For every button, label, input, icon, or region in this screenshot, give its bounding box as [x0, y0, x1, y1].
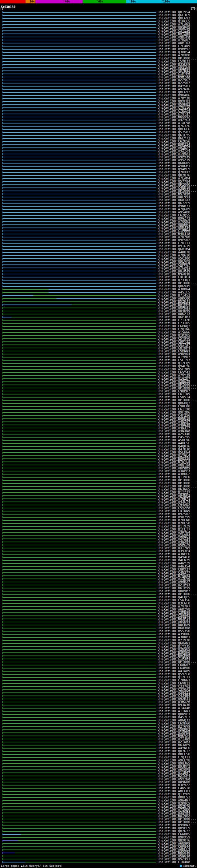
- alignment-bar: [2, 375, 156, 376]
- alignment-segment-cyan: [48, 292, 156, 293]
- alignment-bar: [2, 230, 156, 231]
- alignment-bar: [2, 434, 156, 434]
- alignment-bar: [2, 302, 156, 302]
- alignment-bar: [2, 249, 156, 250]
- alignment-bar: [2, 132, 156, 133]
- alignment-segment-green: [2, 508, 156, 508]
- alignment-segment-cyan: [2, 73, 156, 74]
- alignment-segment-cyan: [2, 317, 12, 317]
- alignment-bar: [2, 148, 156, 148]
- alignment-segment-green: [2, 572, 156, 573]
- alignment-segment-green: [2, 680, 156, 681]
- alignment-segment-cyan: [2, 61, 156, 62]
- scale-segment-0-20: [0, 0, 26, 3]
- alignment-segment-cyan: [2, 224, 156, 225]
- alignment-segment-cyan: [48, 289, 156, 290]
- alignment-bar: [2, 471, 156, 471]
- alignment-bar: [2, 194, 156, 194]
- alignment-segment-green: [2, 674, 156, 675]
- alignment-bar: [2, 184, 156, 185]
- alignment-bar: [2, 166, 156, 166]
- alignment-bar: [2, 723, 156, 724]
- alignment-segment-blue: [2, 852, 15, 853]
- alignment-bar: [2, 111, 156, 111]
- alignment-segment-green: [2, 418, 156, 419]
- alignment-segment-cyan: [2, 197, 156, 197]
- alignment-segment-green: [2, 582, 156, 582]
- alignment-segment-cyan: [2, 280, 156, 280]
- alignment-segment-green: [2, 692, 156, 693]
- alignment-bar: [2, 372, 156, 373]
- alignment-bar: [2, 295, 156, 296]
- alignment-segment-green: [2, 754, 156, 755]
- alignment-bar: [2, 135, 156, 136]
- alignment-segment-green: [2, 689, 156, 690]
- alignment-row[interactable]: UniRef100_C1D4W8: [0, 861, 197, 864]
- alignment-segment-green: [2, 452, 156, 453]
- alignment-segment-green: [2, 489, 156, 490]
- alignment-bar: [2, 381, 156, 382]
- alignment-bar: [2, 572, 156, 573]
- alignment-bar: [2, 449, 156, 450]
- alignment-bar: [2, 92, 156, 93]
- alignment-bar: [2, 64, 156, 65]
- alignment-bar: [2, 541, 156, 542]
- alignment-segment-green: [2, 477, 156, 477]
- scale-legend: =50char.: [180, 864, 196, 867]
- alignment-segment-green: [2, 695, 156, 696]
- alignment-bar: [2, 502, 156, 502]
- alignment-bar: [2, 480, 156, 480]
- alignment-segment-cyan: [2, 145, 156, 145]
- alignment-segment-green: [2, 600, 156, 601]
- alignment-bar: [2, 616, 156, 616]
- alignment-bar: [2, 422, 156, 422]
- alignment-segment-cyan: [2, 40, 156, 40]
- alignment-bar: [2, 378, 156, 379]
- alignment-bar: [2, 680, 156, 681]
- alignment-bar: [2, 613, 156, 613]
- alignment-segment-cyan: [2, 237, 156, 238]
- alignment-bar: [2, 843, 156, 844]
- alignment-bar: [2, 529, 156, 530]
- alignment-bar: [2, 714, 156, 715]
- alignment-segment-cyan: [2, 169, 156, 170]
- alignment-segment-green: [2, 332, 156, 333]
- alignment-segment-green: [2, 440, 156, 441]
- alignment-segment-green: [2, 800, 156, 801]
- alignment-segment-cyan: [2, 15, 156, 16]
- alignment-bar: [2, 120, 156, 120]
- alignment-bar: [2, 705, 156, 706]
- alignment-bar: [2, 366, 156, 367]
- alignment-bar: [2, 520, 156, 521]
- alignment-bar: [2, 588, 156, 588]
- alignment-segment-green: [2, 532, 156, 533]
- alignment-segment-green: [2, 434, 156, 434]
- alignment-bar: [2, 674, 156, 675]
- alignment-segment-green: [2, 406, 156, 407]
- hit-id-label[interactable]: UniRef100_C1D4W8: [158, 861, 190, 864]
- alignment-segment-green: [2, 372, 156, 373]
- alignment-segment-green: [2, 384, 156, 385]
- alignment-bar: [2, 689, 156, 690]
- alignment-bar: [2, 535, 156, 536]
- alignment-segment-green: [2, 791, 156, 792]
- alignment-bar: [2, 551, 156, 552]
- alignment-bar: [2, 61, 156, 62]
- alignment-segment-green: [2, 311, 156, 311]
- alignment-bar: [2, 508, 156, 508]
- alignment-segment-green: [2, 335, 156, 336]
- alignment-bar: [2, 655, 156, 656]
- alignment-segment-green: [2, 366, 156, 367]
- alignment-bar: [2, 702, 156, 702]
- alignment-bar: [2, 338, 156, 339]
- alignment-bar: [2, 157, 156, 157]
- alignment-bar: [2, 757, 156, 758]
- alignment-bar: [2, 652, 156, 653]
- alignment-bar: [2, 209, 156, 210]
- alignment-segment-green: [2, 843, 156, 844]
- alignment-bar: [2, 662, 156, 662]
- alignment-segment-green: [2, 314, 156, 314]
- alignment-segment-green: [15, 852, 156, 853]
- alignment-segment-cyan: [2, 188, 156, 188]
- alignment-bar: [2, 492, 156, 493]
